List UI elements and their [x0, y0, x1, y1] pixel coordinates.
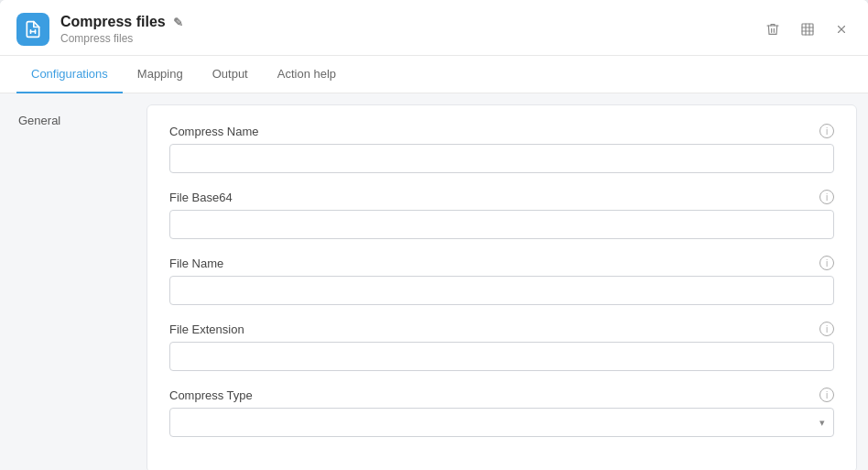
compress-type-select-wrapper: ZIP GZIP TAR ▾	[169, 408, 834, 437]
delete-button[interactable]	[762, 20, 784, 38]
file-base64-label-row: File Base64 i	[169, 190, 834, 204]
compress-name-input[interactable]	[169, 144, 834, 173]
compress-type-info-icon[interactable]: i	[819, 388, 834, 402]
title-actions	[762, 20, 852, 38]
expand-button[interactable]	[797, 20, 819, 38]
file-extension-label-row: File Extension i	[169, 322, 834, 336]
file-name-info-icon[interactable]: i	[819, 256, 834, 270]
compress-name-info-icon[interactable]: i	[819, 124, 834, 138]
tab-action-help[interactable]: Action help	[263, 56, 351, 93]
file-extension-info-icon[interactable]: i	[819, 322, 834, 336]
compress-name-label-row: Compress Name i	[169, 124, 834, 138]
compress-type-select[interactable]: ZIP GZIP TAR	[169, 408, 834, 437]
main-panel: Compress Name i File Base64 i File Name …	[146, 104, 857, 470]
compress-name-label: Compress Name	[169, 125, 259, 138]
file-base64-input[interactable]	[169, 210, 834, 239]
window-subtitle: Compress files	[60, 32, 183, 45]
compress-type-label-row: Compress Type i	[169, 388, 834, 402]
form-group-file-extension: File Extension i	[169, 322, 834, 371]
compress-type-label: Compress Type	[169, 388, 253, 402]
tab-configurations[interactable]: Configurations	[16, 56, 123, 93]
app-icon	[16, 13, 49, 46]
file-extension-label: File Extension	[169, 322, 244, 336]
form-group-file-name: File Name i	[169, 256, 834, 305]
form-group-compress-name: Compress Name i	[169, 124, 834, 173]
file-name-label-row: File Name i	[169, 256, 834, 270]
title-text: Compress files ✎ Compress files	[60, 14, 183, 45]
tab-mapping[interactable]: Mapping	[123, 56, 198, 93]
main-window: Compress files ✎ Compress files	[0, 0, 868, 470]
window-title: Compress files	[60, 14, 166, 30]
form-group-compress-type: Compress Type i ZIP GZIP TAR ▾	[169, 388, 834, 437]
form-group-file-base64: File Base64 i	[169, 190, 834, 239]
close-button[interactable]	[831, 21, 852, 38]
svg-rect-3	[802, 24, 813, 35]
tabs-bar: Configurations Mapping Output Action hel…	[0, 56, 868, 93]
file-extension-input[interactable]	[169, 342, 834, 371]
file-base64-info-icon[interactable]: i	[819, 190, 834, 204]
file-name-input[interactable]	[169, 276, 834, 305]
tab-output[interactable]: Output	[198, 56, 263, 93]
file-name-label: File Name	[169, 257, 223, 270]
title-main: Compress files ✎	[60, 14, 183, 30]
sidebar-general: General	[11, 108, 136, 133]
title-bar: Compress files ✎ Compress files	[0, 0, 868, 56]
file-base64-label: File Base64	[169, 191, 233, 204]
content-area: General Compress Name i File Base64 i	[0, 93, 868, 470]
sidebar: General	[0, 93, 146, 470]
edit-icon[interactable]: ✎	[173, 16, 183, 29]
